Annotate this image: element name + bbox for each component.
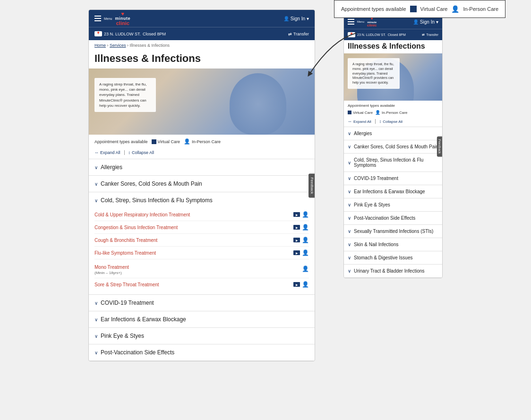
service-icons: 👤: [293, 249, 309, 256]
mobile-user-icon: 👤: [413, 19, 419, 25]
mobile-appointment-types: Appointment types available Virtual Care…: [344, 101, 442, 118]
service-icons: 👤: [302, 266, 309, 272]
virtual-label: Virtual Care: [158, 139, 180, 144]
service-icons: 👤: [293, 211, 309, 218]
collapse-all-button[interactable]: ↕ Collapse All: [128, 150, 154, 155]
mobile-collapse-label: Collapse All: [383, 120, 403, 124]
mobile-appt-label: Appointment types available: [348, 103, 438, 108]
mobile-chevron-icon: ∨: [348, 268, 351, 274]
mobile-label-post-vax: Post-Vaccination Side Effects: [354, 215, 415, 221]
mobile-location-address: 23 N. LUDLOW ST.: [357, 33, 386, 36]
mobile-virtual-icon: [348, 111, 351, 114]
person-icon: 👤: [302, 224, 309, 231]
mobile-accordion-header-skin-nail[interactable]: ∨ Skin & Nail Infections: [344, 238, 442, 251]
mobile-location-status: Closed 8PM: [388, 33, 406, 36]
accordion-header-ear[interactable]: ∨ Ear Infections & Earwax Blockage: [89, 311, 315, 327]
mobile-expand-all-button[interactable]: ↔ Expand All: [348, 119, 371, 124]
mobile-signin-button[interactable]: 👤 Sign In ▾: [413, 19, 438, 25]
mobile-accordion-header-stomach[interactable]: ∨ Stomach & Digestive Issues: [344, 251, 442, 264]
service-row: Flu-like Symptoms Treatment 👤: [94, 247, 309, 259]
mobile-location-icon: 📍: [348, 32, 355, 37]
mobile-collapse-all-button[interactable]: ↕ Collapse All: [379, 119, 403, 124]
user-icon: 👤: [283, 16, 289, 21]
accordion-cold-strep: ∨ Cold, Strep, Sinus Infection & Flu Sym…: [89, 192, 315, 295]
service-link-cough[interactable]: Cough & Bronchitis Treatment: [94, 238, 157, 243]
person-icon: 👤: [302, 266, 309, 272]
mobile-chevron-icon: ∨: [348, 202, 351, 207]
mobile-accordion-cold-strep: ∨ Cold, Strep, Sinus Infection & Flu Sym…: [344, 154, 442, 172]
mobile-hero-image: A raging strep throat, the flu, mono, pi…: [344, 53, 442, 101]
accordion-header-cold-strep[interactable]: ∨ Cold, Strep, Sinus Infection & Flu Sym…: [89, 192, 315, 208]
mobile-label-pink-eye: Pink Eye & Styes: [354, 202, 390, 207]
virtual-care-badge: Virtual Care: [152, 139, 180, 144]
transfer-label: Transfer: [293, 32, 309, 36]
mobile-virtual-badge: Virtual Care: [348, 111, 373, 115]
feedback-tab[interactable]: Feedback: [308, 173, 315, 197]
hamburger-icon[interactable]: [94, 16, 101, 21]
video-icon: [293, 282, 300, 287]
mobile-accordion-header-ear[interactable]: ∨ Ear Infections & Earwax Blockage: [344, 185, 442, 198]
mobile-accordion-header-allergies[interactable]: ∨ Allergies: [344, 127, 442, 140]
mobile-expand-icon: ↔: [348, 119, 352, 124]
breadcrumb-services[interactable]: Services: [110, 43, 126, 48]
callout-virtual-label: Virtual Care: [420, 6, 448, 12]
service-icons: 👤: [293, 237, 309, 243]
mobile-hamburger-icon[interactable]: [348, 19, 354, 25]
mobile-accordion-header-covid19[interactable]: ∨ COVID-19 Treatment: [344, 172, 442, 185]
service-link-strep[interactable]: Sore & Strep Throat Treatment: [94, 282, 159, 287]
transfer-icon: ⇄: [288, 32, 292, 36]
service-link-cold-upper[interactable]: Cold & Upper Respiratory Infection Treat…: [94, 212, 190, 217]
mobile-chevron-icon: ∨: [348, 160, 351, 165]
accordion-header-pink-eye[interactable]: ∨ Pink Eye & Styes: [89, 328, 315, 344]
mobile-divider: [375, 119, 376, 124]
callout-label: Appointment types available: [341, 6, 406, 12]
mobile-accordion-header-urinary[interactable]: ∨ Urinary Tract & Bladder Infections: [344, 265, 442, 277]
accordion-allergies: ∨ Allergies: [89, 159, 315, 176]
mobile-transfer-button[interactable]: ⇄ Transfer: [422, 33, 438, 37]
video-icon: [293, 250, 300, 255]
mobile-accordion-header-sti[interactable]: ∨ Sexually Transmitted Infections (STIs): [344, 225, 442, 238]
transfer-button[interactable]: ⇄ Transfer: [288, 32, 309, 36]
page-title: Illnesses & Infections: [89, 51, 315, 69]
logo-heart: ♥: [121, 11, 125, 17]
mobile-label-stomach: Stomach & Digestive Issues: [354, 255, 413, 260]
service-link-congestion[interactable]: Congestion & Sinus Infection Treatment: [94, 225, 178, 230]
mobile-collapse-icon: ↕: [379, 119, 382, 124]
service-link-flu[interactable]: Flu-like Symptoms Treatment: [94, 250, 156, 256]
service-row: Cold & Upper Respiratory Infection Treat…: [94, 208, 309, 221]
mobile-signin-label: Sign In: [420, 19, 435, 25]
accordion-body-cold-strep: Cold & Upper Respiratory Infection Treat…: [89, 208, 315, 294]
mobile-virtual-label: Virtual Care: [353, 111, 373, 115]
mobile-expand-label: Expand All: [353, 120, 371, 124]
accordion-canker: ∨ Canker Sores, Cold Sores & Mouth Pain: [89, 176, 315, 192]
mobile-accordion-post-vax: ∨ Post-Vaccination Side Effects: [344, 212, 442, 225]
mobile-label-canker: Canker Sores, Cold Sores & Mouth Pain: [354, 144, 438, 149]
collapse-label: Collapse All: [132, 150, 154, 155]
accordion-post-vax: ∨ Post-Vaccination Side Effects: [89, 344, 315, 361]
accordion-label-covid19: COVID-19 Treatment: [101, 300, 154, 306]
chevron-icon: ∨: [94, 198, 98, 203]
mobile-accordion-header-post-vax[interactable]: ∨ Post-Vaccination Side Effects: [344, 212, 442, 224]
expand-all-button[interactable]: ↔ Expand All: [94, 150, 120, 155]
service-link-mono[interactable]: Mono Treatment: [94, 265, 129, 270]
desktop-panel: Menu ♥ minute clinic 👤 Sign In ▾ 📍 23 N.…: [88, 9, 315, 361]
breadcrumb-home[interactable]: Home: [94, 43, 106, 48]
accordion-label-pink-eye: Pink Eye & Styes: [101, 333, 144, 339]
signin-button[interactable]: 👤 Sign In ▾: [283, 16, 309, 21]
mobile-accordion-header-canker[interactable]: ∨ Canker Sores, Cold Sores & Mouth Pain: [344, 140, 442, 153]
accordion-label-cold-strep: Cold, Strep, Sinus Infection & Flu Sympt…: [101, 197, 213, 204]
person-icon: 👤: [302, 249, 309, 256]
chevron-icon: ∨: [94, 317, 98, 322]
accordion-label-allergies: Allergies: [101, 164, 122, 171]
mobile-accordion-header-pink-eye[interactable]: ∨ Pink Eye & Styes: [344, 198, 442, 211]
service-icons: 👤: [293, 224, 309, 231]
accordion-header-post-vax[interactable]: ∨ Post-Vaccination Side Effects: [89, 344, 315, 360]
accordion-header-allergies[interactable]: ∨ Allergies: [89, 159, 315, 175]
accordion-header-covid19[interactable]: ∨ COVID-19 Treatment: [89, 295, 315, 311]
mobile-accordion-canker: ∨ Canker Sores, Cold Sores & Mouth Pain: [344, 140, 442, 154]
mobile-accordion-header-cold-strep[interactable]: ∨ Cold, Strep, Sinus Infection & Flu Sym…: [344, 154, 442, 171]
mobile-feedback-tab[interactable]: Feedback: [437, 136, 442, 156]
appointment-types: Appointment types available Virtual Care…: [89, 135, 315, 148]
logo-clinic: clinic: [116, 21, 129, 26]
accordion-header-canker[interactable]: ∨ Canker Sores, Cold Sores & Mouth Pain: [89, 176, 315, 192]
